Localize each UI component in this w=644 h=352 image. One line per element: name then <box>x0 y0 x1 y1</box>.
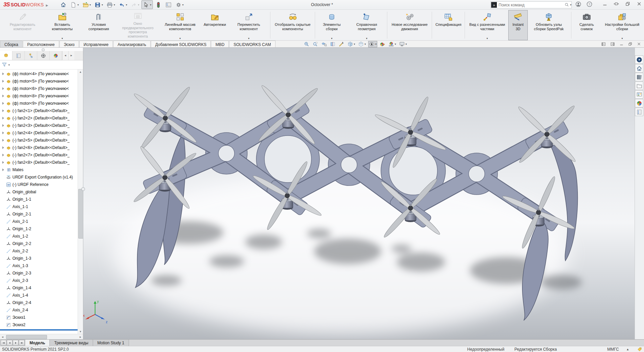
rebuild-button[interactable] <box>154 0 163 9</box>
ribbon-button-show-hidden-components[interactable]: Отобразить скрытые компоненты <box>271 10 314 40</box>
zoom-fit-button[interactable] <box>303 41 310 47</box>
tree-item[interactable]: Эскиз1 <box>0 314 83 321</box>
dropdown-caret-icon[interactable]: ▾ <box>126 3 127 6</box>
help-icon[interactable]: ? <box>586 1 593 7</box>
ribbon-button-mates[interactable]: Условия сопряжения <box>81 10 117 40</box>
ribbon-button-linear-pattern[interactable]: Линейный массив компонентов <box>159 10 201 40</box>
panel-tabs-scroll-left[interactable]: ◄ <box>62 51 68 60</box>
expand-arrow-icon[interactable] <box>1 154 5 156</box>
taskpane-view-palette-button[interactable] <box>635 90 643 99</box>
panel-tab-dimxpert[interactable] <box>37 51 50 60</box>
tree-item[interactable]: Mates <box>0 166 83 173</box>
view-settings-button[interactable]: ▾ <box>398 41 407 47</box>
units-selector[interactable]: ММГС <box>607 347 619 352</box>
scroll-left-icon[interactable]: ◄ <box>0 334 5 340</box>
expand-arrow-icon[interactable] <box>1 109 5 112</box>
ribbon-button-move-component[interactable]: Переместить компонент <box>228 10 269 40</box>
taskpane-design-library-button[interactable] <box>635 73 643 81</box>
print-button[interactable]: ▾ <box>105 0 116 9</box>
tree-item[interactable]: Origin_2-1 <box>0 210 83 218</box>
command-tab-расположение[interactable]: Расположение <box>23 41 59 47</box>
command-tab-добавления-solidworks[interactable]: Добавления SOLIDWORKS <box>151 41 211 47</box>
next-tab-button[interactable] <box>13 340 18 346</box>
dropdown-caret-icon[interactable]: ▾ <box>364 43 366 46</box>
view-orientation-button[interactable]: ▾ <box>347 41 356 47</box>
panel-tabs-scroll-right[interactable]: ► <box>68 51 74 60</box>
expand-arrow-icon[interactable] <box>1 102 5 105</box>
tree-item[interactable]: (ф) motor<4> (По умолчанию< <box>0 70 83 78</box>
tree-item[interactable]: (-) fan2<2> (Default<<Default>_ <box>0 114 83 122</box>
expand-arrow-icon[interactable] <box>1 146 5 149</box>
tree-item[interactable]: Axis_2-4 <box>0 306 83 314</box>
tree-item[interactable]: Origin_1-4 <box>0 284 83 292</box>
tree-item[interactable]: (ф) motor<6> (По умолчанию< <box>0 85 83 92</box>
dropdown-caret-icon[interactable]: ▾ <box>182 3 184 6</box>
command-tab-solidworks-cam[interactable]: SOLIDWORKS CAM <box>229 41 275 47</box>
new-document-button[interactable]: ▾ <box>69 0 80 9</box>
ribbon-button-large-assembly-settings[interactable]: Настройки большой сборки <box>601 10 643 40</box>
tree-item[interactable]: Axis_1-1 <box>0 203 83 210</box>
panel-collapse-grip[interactable] <box>0 48 83 51</box>
tree-item[interactable]: (-) fan2<8> (Default<<Default>_ <box>0 159 83 166</box>
tree-horizontal-scrollbar[interactable]: ◄ ► <box>0 334 83 340</box>
dropdown-caret-icon[interactable]: ▾ <box>354 43 355 46</box>
pane-left-icon[interactable] <box>601 42 606 47</box>
scroll-right-icon[interactable]: ► <box>78 334 83 340</box>
zoom-area-button[interactable] <box>312 41 319 47</box>
tree-item[interactable]: (ф) motor<9> (По умолчанию< <box>0 100 83 107</box>
previous-tab-button[interactable] <box>7 340 12 346</box>
expand-arrow-icon[interactable] <box>1 72 5 75</box>
fullscreen-button[interactable] <box>613 1 619 7</box>
dropdown-caret-icon[interactable]: ▾ <box>375 43 377 46</box>
tree-item[interactable]: 3D(-) URDF Reference <box>0 181 83 188</box>
minimize-button[interactable] <box>602 1 608 7</box>
ribbon-button-instant-3d[interactable]: Instant 3D <box>508 10 527 40</box>
tree-item[interactable]: Origin_2-2 <box>0 240 83 247</box>
open-button[interactable]: ▾ <box>81 0 92 9</box>
options-button[interactable]: ▾ <box>174 0 185 9</box>
tree-item[interactable]: Origin_global <box>0 188 83 196</box>
dropdown-caret-icon[interactable]: ▾ <box>101 3 103 6</box>
taskpane-appearances-scenes-button[interactable] <box>635 99 643 107</box>
search-input[interactable] <box>497 3 564 7</box>
restore-button[interactable] <box>625 1 631 7</box>
home-button[interactable] <box>59 0 68 9</box>
undo-button[interactable]: ▾ <box>117 0 128 9</box>
expand-arrow-icon[interactable] <box>1 87 5 90</box>
scroll-thumb[interactable] <box>78 189 83 239</box>
scroll-up-icon[interactable]: ▲ <box>78 69 83 74</box>
dropdown-caret-icon[interactable]: ▾ <box>114 3 115 6</box>
command-search[interactable]: » ▾ <box>490 1 572 8</box>
expand-arrow-icon[interactable] <box>1 80 5 83</box>
tree-item[interactable]: (-) fan2<6> (Default<<Default>_ <box>0 144 83 151</box>
ribbon-button-assembly-features[interactable]: Элементы сборки <box>316 10 347 40</box>
ribbon-button-take-snapshot[interactable]: Сделать снимок <box>572 10 601 40</box>
panel-tab-featuremanager[interactable] <box>0 51 12 60</box>
filter-funnel-icon[interactable] <box>2 62 7 67</box>
command-tab-анализировать[interactable]: Анализировать <box>113 41 151 47</box>
units-caret-icon[interactable]: ▲ <box>626 348 629 351</box>
tag-icon[interactable] <box>637 347 642 352</box>
doc-close-button[interactable] <box>637 42 641 46</box>
previous-view-button[interactable] <box>320 41 328 47</box>
tree-item[interactable]: Axis_1-3 <box>0 262 83 269</box>
tree-vertical-scrollbar[interactable]: ▲ ▼ <box>78 69 83 334</box>
tree-item[interactable]: (-) fan2<5> (Default<<Default>_ <box>0 137 83 144</box>
tree-item[interactable]: (ф) motor<5> (По умолчанию< <box>0 78 83 85</box>
tree-item[interactable]: URDF Export Configuration (v1.4) <box>0 173 83 181</box>
doc-minimize-button[interactable] <box>619 42 624 46</box>
user-account-icon[interactable] <box>575 1 582 7</box>
view-tab-motion-study-1[interactable]: Motion Study 1 <box>93 340 129 346</box>
tree-item[interactable]: Origin_1-2 <box>0 225 83 233</box>
first-tab-button[interactable] <box>1 340 6 346</box>
taskpane-solidworks-resources-button[interactable] <box>635 55 643 64</box>
graphics-viewport[interactable]: y x z <box>0 47 635 340</box>
redo-button[interactable]: ▾ <box>129 0 140 9</box>
ribbon-button-new-motion-study[interactable]: Новое исследование движения <box>388 10 431 40</box>
dropdown-caret-icon[interactable]: ▾ <box>395 43 396 46</box>
ribbon-button-exploded-view[interactable]: Вид с разнесенными частями <box>466 10 508 40</box>
tree-item[interactable]: Origin_2-4 <box>0 299 83 306</box>
display-style-button[interactable]: ▾ <box>357 41 367 47</box>
panel-tab-propertymanager[interactable] <box>12 51 25 60</box>
save-button[interactable]: ▾ <box>93 0 104 9</box>
